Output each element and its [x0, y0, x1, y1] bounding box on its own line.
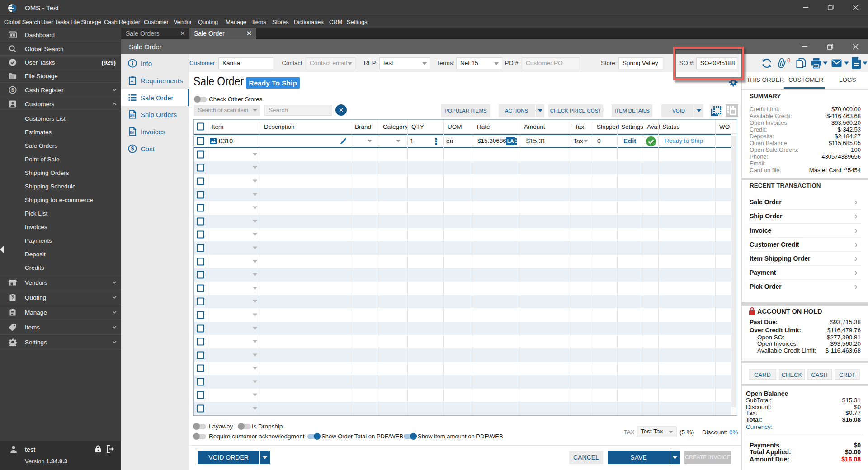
svg-text:IN: IN [130, 130, 133, 135]
svg-text:$: $ [131, 146, 134, 152]
svg-text:?: ? [11, 295, 14, 300]
svg-text:$: $ [11, 87, 14, 93]
svg-text:SH: SH [129, 113, 135, 118]
